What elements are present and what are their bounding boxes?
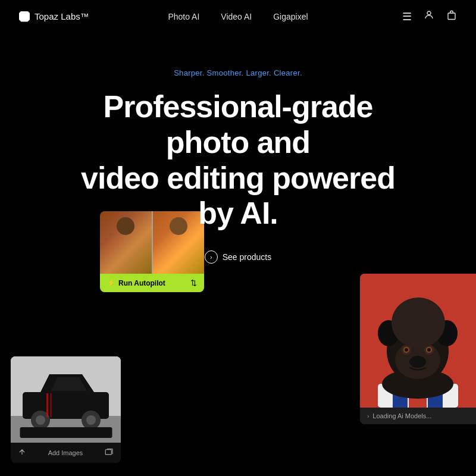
nav-link-video-ai[interactable]: Video AI <box>221 12 252 21</box>
svg-rect-15 <box>409 384 427 408</box>
svg-point-18 <box>387 318 449 384</box>
circle-arrow-icon: › <box>205 250 218 264</box>
svg-rect-4 <box>23 392 109 419</box>
svg-point-7 <box>82 411 101 430</box>
nav-icons: ☰ <box>402 10 457 23</box>
svg-point-23 <box>403 347 409 353</box>
svg-rect-16 <box>428 384 443 408</box>
car-bottom-bar: Add Images <box>11 443 121 463</box>
pug-image <box>360 274 476 408</box>
svg-point-25 <box>424 345 434 355</box>
loading-arrow-icon: › <box>367 413 369 419</box>
svg-point-17 <box>382 369 453 399</box>
autopilot-label: ⚡ Run Autopilot <box>107 279 165 287</box>
hero-title-line1: Professional-grade photo and <box>103 89 372 159</box>
see-products-label: See products <box>223 252 272 262</box>
svg-point-19 <box>378 320 399 346</box>
svg-point-22 <box>402 345 411 355</box>
bag-icon[interactable] <box>446 10 457 23</box>
svg-rect-11 <box>105 450 111 455</box>
hero-section: Sharper. Smoother. Larger. Clearer. Prof… <box>0 33 476 275</box>
svg-rect-3 <box>11 416 121 443</box>
user-icon[interactable] <box>424 10 434 23</box>
see-products-button[interactable]: › See products <box>205 250 272 264</box>
pug-loading-bar: › Loading Ai Models... <box>360 408 476 424</box>
nav-link-photo-ai[interactable]: Photo AI <box>168 12 199 21</box>
hero-title: Professional-grade photo and video editi… <box>60 89 416 231</box>
run-autopilot-bar[interactable]: ⚡ Run Autopilot ⇅ <box>100 274 204 292</box>
svg-point-26 <box>426 347 432 353</box>
hero-tagline: Sharper. Smoother. Larger. Clearer. <box>12 68 464 77</box>
svg-point-5 <box>31 411 50 430</box>
svg-point-28 <box>409 356 426 368</box>
svg-point-21 <box>395 341 440 379</box>
logo-mark <box>19 11 30 22</box>
svg-rect-14 <box>393 384 408 408</box>
svg-point-20 <box>436 320 458 346</box>
svg-point-8 <box>86 415 96 425</box>
car-image <box>11 356 121 443</box>
menu-icon[interactable]: ☰ <box>402 10 412 23</box>
svg-rect-13 <box>378 384 458 408</box>
image-stack-icon <box>105 447 114 458</box>
svg-rect-12 <box>360 274 476 408</box>
svg-point-27 <box>427 348 431 352</box>
nav-item-video-ai[interactable]: Video AI <box>221 11 252 22</box>
svg-rect-1 <box>448 13 455 20</box>
nav-links: Photo AI Video AI Gigapixel <box>168 11 308 22</box>
card-pug: › Loading Ai Models... <box>360 274 476 424</box>
navbar: Topaz Labs™ Photo AI Video AI Gigapixel … <box>0 0 476 33</box>
svg-point-24 <box>405 348 408 352</box>
svg-rect-2 <box>11 356 121 443</box>
nav-link-gigapixel[interactable]: Gigapixel <box>273 12 308 21</box>
svg-point-6 <box>36 415 45 425</box>
add-images-label: Add Images <box>48 449 83 456</box>
hero-title-line2: video editing powered by AI. <box>81 161 395 231</box>
logo[interactable]: Topaz Labs™ <box>19 11 89 22</box>
bolt-icon: ⚡ <box>107 279 115 287</box>
svg-rect-9 <box>46 393 48 417</box>
card-car: Add Images <box>11 356 121 463</box>
svg-rect-10 <box>50 393 52 417</box>
logo-text: Topaz Labs™ <box>35 11 89 21</box>
svg-point-0 <box>427 11 431 15</box>
nav-item-gigapixel[interactable]: Gigapixel <box>273 11 308 22</box>
nav-item-photo-ai[interactable]: Photo AI <box>168 11 199 22</box>
loading-text: Loading Ai Models... <box>372 412 431 419</box>
upload-icon[interactable] <box>18 448 26 458</box>
adjust-icon: ⇅ <box>190 278 197 287</box>
